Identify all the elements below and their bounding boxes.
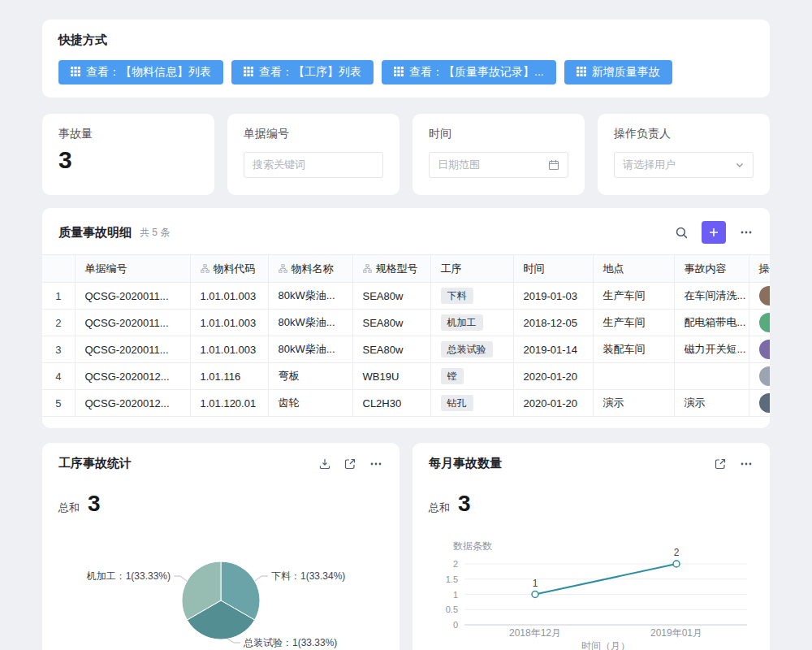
col-place[interactable]: 地点 xyxy=(593,255,674,283)
row-index: 2 xyxy=(42,310,75,336)
col-doc-number[interactable]: 单据编号 xyxy=(75,255,190,283)
cell-content: 配电箱带电... xyxy=(674,310,749,336)
shortcut-buttons: 查看：【物料信息】列表 查看：【工序】列表 查看：【质量事故记录】... 新增质… xyxy=(58,60,754,84)
line-card-actions xyxy=(714,457,754,471)
operator-label: 操作负责人 xyxy=(614,127,754,141)
svg-text:2: 2 xyxy=(453,559,458,569)
cell-doc: QCSG-2020011... xyxy=(75,310,190,336)
grid-icon xyxy=(71,66,80,79)
cell-time: 2019-01-03 xyxy=(513,283,593,310)
cell-model: CL2H30 xyxy=(352,390,430,417)
cell-content: 磁力开关短... xyxy=(674,336,749,363)
more-icon[interactable] xyxy=(739,457,754,471)
table-row[interactable]: 4 QCSG-2020012... 1.01.116 弯板 WB19U 镗 20… xyxy=(42,363,770,390)
col-material-code[interactable]: 物料代码 xyxy=(190,255,268,283)
table-actions xyxy=(675,221,754,244)
col-spec-model[interactable]: 规格型号 xyxy=(352,255,430,283)
col-index xyxy=(42,255,75,283)
col-process[interactable]: 工序 xyxy=(430,255,513,283)
shortcut-add-accident-button[interactable]: 新增质量事故 xyxy=(564,60,672,84)
cell-name: 齿轮 xyxy=(268,390,352,417)
cell-name: 80kW柴油... xyxy=(268,310,352,336)
svg-text:2019年01月: 2019年01月 xyxy=(650,627,702,639)
cell-place: 装配车间 xyxy=(593,336,674,363)
export-image-icon[interactable] xyxy=(318,457,331,470)
more-icon[interactable] xyxy=(739,225,754,240)
cell-model: WB19U xyxy=(352,363,430,390)
table-row[interactable]: 3 QCSG-2020011... 1.01.01.003 80kW柴油... … xyxy=(42,336,770,363)
col-material-name[interactable]: 物料名称 xyxy=(268,255,352,283)
sum-label: 总和 xyxy=(58,500,80,515)
add-record-button[interactable] xyxy=(702,221,726,244)
table-row[interactable]: 1 QCSG-2020011... 1.01.01.003 80kW柴油... … xyxy=(42,283,770,310)
accident-table: 单据编号 物料代码 物料名称 规格型号 工序 时间 地点 事故内容 操作负责人 … xyxy=(42,254,770,417)
date-range-input[interactable]: 日期范围 xyxy=(429,152,568,178)
shortcut-view-quality-records-button[interactable]: 查看：【质量事故记录】... xyxy=(382,60,556,84)
cell-owner xyxy=(749,336,770,363)
cell-time: 2018-12-05 xyxy=(513,310,593,336)
shortcut-label: 查看：【物料信息】列表 xyxy=(86,65,211,80)
operator-filter-card: 操作负责人 请选择用户 xyxy=(598,114,770,195)
dashboard-page: 快捷方式 查看：【物料信息】列表 查看：【工序】列表 查看：【质量事故记录】..… xyxy=(0,0,812,650)
svg-text:数据条数: 数据条数 xyxy=(453,540,492,552)
sum-label: 总和 xyxy=(429,500,450,515)
shortcut-label: 查看：【质量事故记录】... xyxy=(409,65,544,80)
pie-card-actions xyxy=(318,457,383,471)
record-count: 共 5 条 xyxy=(140,226,170,240)
more-icon[interactable] xyxy=(369,457,383,471)
accident-detail-card: 质量事故明细 共 5 条 单据编号 物料代码 物料名称 xyxy=(42,208,770,428)
cell-owner xyxy=(749,363,770,390)
filters-row: 事故量 3 单据编号 搜索关键词 时间 日期范围 操作负责人 请选择用户 xyxy=(42,114,770,195)
row-index: 5 xyxy=(42,390,75,417)
relation-icon xyxy=(201,263,209,275)
charts-row: 工序事故统计 总和 3 下料：1(33.34%)总装试验：1(33.33%)机加… xyxy=(42,443,770,650)
col-label: 规格型号 xyxy=(376,262,418,275)
cell-place: 演示 xyxy=(593,390,674,417)
search-icon[interactable] xyxy=(675,226,689,240)
line-chart: 00.511.5212018年12月22019年01月数据条数时间（月） xyxy=(429,531,754,650)
sum-value: 3 xyxy=(88,491,101,517)
cell-process: 下料 xyxy=(430,283,513,310)
relation-icon xyxy=(363,263,372,275)
cell-process: 总装试验 xyxy=(430,336,513,363)
process-tag: 总装试验 xyxy=(441,341,493,358)
col-owner[interactable]: 操作负责人 xyxy=(749,255,770,283)
doc-number-filter-card: 单据编号 搜索关键词 xyxy=(227,114,400,195)
shortcut-view-process-button[interactable]: 查看：【工序】列表 xyxy=(231,60,374,84)
cell-code: 1.01.01.003 xyxy=(190,310,268,336)
line-card-header: 每月事故数量 xyxy=(429,456,754,471)
cell-model: SEA80w xyxy=(352,283,430,310)
doc-number-label: 单据编号 xyxy=(244,127,383,141)
monthly-accident-count-card: 每月事故数量 总和 3 00.511.5212018年12月22019年01月数… xyxy=(412,443,770,650)
doc-number-input[interactable]: 搜索关键词 xyxy=(244,152,383,178)
cell-doc: QCSG-2020012... xyxy=(75,390,190,417)
table-row[interactable]: 2 QCSG-2020011... 1.01.01.003 80kW柴油... … xyxy=(42,310,770,336)
operator-select[interactable]: 请选择用户 xyxy=(614,152,754,178)
operator-placeholder: 请选择用户 xyxy=(623,158,676,172)
col-time[interactable]: 时间 xyxy=(513,255,593,283)
table-row[interactable]: 5 QCSG-2020012... 1.01.120.01 齿轮 CL2H30 … xyxy=(42,390,770,417)
avatar xyxy=(759,313,771,332)
open-in-new-icon[interactable] xyxy=(343,457,356,470)
avatar xyxy=(759,286,771,306)
chevron-down-icon xyxy=(735,160,745,170)
shortcut-label: 新增质量事故 xyxy=(592,65,660,80)
cell-place xyxy=(593,363,674,390)
col-content[interactable]: 事故内容 xyxy=(674,255,749,283)
table-scroll-area[interactable]: 单据编号 物料代码 物料名称 规格型号 工序 时间 地点 事故内容 操作负责人 … xyxy=(42,254,770,417)
table-header-bar: 质量事故明细 共 5 条 xyxy=(42,221,770,244)
svg-text:1: 1 xyxy=(533,578,538,589)
cell-doc: QCSG-2020011... xyxy=(75,283,190,310)
cell-code: 1.01.120.01 xyxy=(190,390,268,417)
row-index: 1 xyxy=(42,283,75,310)
date-range-placeholder: 日期范围 xyxy=(438,158,480,172)
cell-owner xyxy=(749,283,770,310)
col-label: 物料名称 xyxy=(292,262,334,275)
cell-owner xyxy=(749,390,770,417)
cell-process: 镗 xyxy=(430,363,513,390)
table-title: 质量事故明细 xyxy=(58,225,132,240)
cell-name: 80kW柴油... xyxy=(268,283,352,310)
cell-process: 钻孔 xyxy=(430,390,513,417)
shortcut-view-materials-button[interactable]: 查看：【物料信息】列表 xyxy=(58,60,223,84)
open-in-new-icon[interactable] xyxy=(714,457,727,470)
